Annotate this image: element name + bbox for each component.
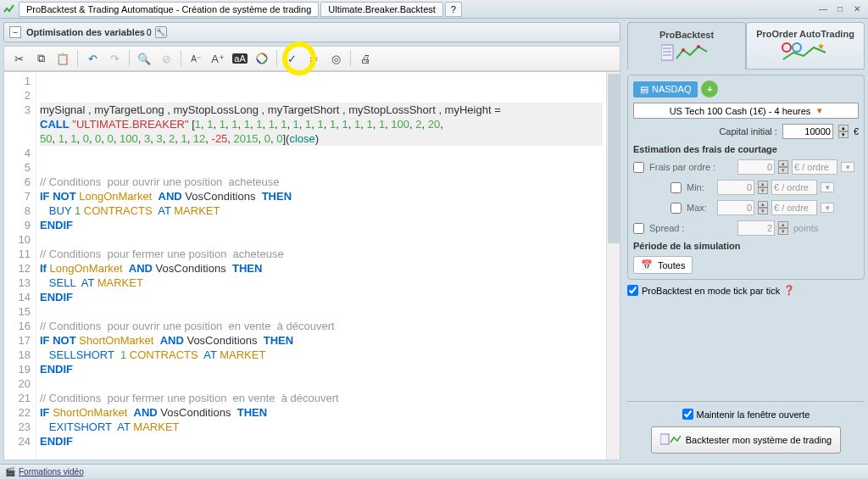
svg-point-5 bbox=[682, 48, 685, 52]
probacktest-icon bbox=[661, 42, 712, 64]
code-editor[interactable]: 123456789101112131415161718192021222324 … bbox=[3, 71, 620, 460]
video-icon: 🎬 bbox=[5, 467, 15, 476]
copy-icon[interactable]: ⧉ bbox=[31, 49, 50, 68]
vertical-scrollbar[interactable] bbox=[606, 72, 620, 460]
fee-max-checkbox[interactable] bbox=[670, 203, 682, 214]
app-icon bbox=[3, 3, 15, 15]
svg-text:★: ★ bbox=[817, 42, 825, 51]
fee-max-input[interactable] bbox=[717, 200, 754, 215]
tab-backtest[interactable]: Ultimate.Breaker.Backtest bbox=[320, 2, 443, 17]
optimization-title: Optimisation des variables bbox=[26, 27, 145, 37]
svg-point-6 bbox=[697, 45, 700, 48]
paste-icon[interactable]: 📋 bbox=[53, 49, 72, 68]
font-decrease-icon[interactable]: A⁻ bbox=[186, 49, 205, 68]
calendar-icon: 📅 bbox=[641, 259, 653, 270]
fee-unit: € / ordre bbox=[792, 159, 837, 175]
minimize-button[interactable]: — bbox=[815, 3, 831, 15]
period-title: Période de la simulation bbox=[633, 241, 859, 251]
svg-point-8 bbox=[793, 43, 801, 52]
add-market-button[interactable]: + bbox=[701, 81, 718, 97]
backtest-button[interactable]: Backtester mon système de trading bbox=[651, 426, 841, 454]
capital-down[interactable]: ▾ bbox=[838, 131, 849, 138]
spread-input[interactable] bbox=[737, 220, 775, 236]
fee-min-input[interactable] bbox=[717, 180, 754, 195]
redo-icon[interactable]: ↷ bbox=[105, 49, 124, 68]
flag-icon: ▤ bbox=[640, 84, 648, 95]
comment-icon[interactable]: ⊘ bbox=[157, 49, 175, 68]
fee-order-label: Frais par ordre : bbox=[649, 162, 734, 172]
color-icon[interactable] bbox=[253, 49, 271, 68]
info-icon[interactable]: ❓ bbox=[783, 285, 795, 296]
proorder-icon: ★ bbox=[780, 41, 831, 63]
tab-main[interactable]: ProBacktest & Trading Automatique - Créa… bbox=[19, 2, 319, 17]
cut-icon[interactable]: ✂ bbox=[9, 49, 28, 68]
fee-max-label: Max: bbox=[687, 203, 714, 213]
spread-checkbox[interactable] bbox=[633, 223, 644, 234]
fee-unit-dd: ▾ bbox=[841, 162, 854, 172]
currency-label: € bbox=[854, 126, 859, 136]
wrench-icon[interactable]: 🔧 bbox=[155, 26, 167, 38]
validate-icon[interactable]: ✓ bbox=[282, 49, 301, 68]
spread-unit: points bbox=[792, 221, 837, 235]
tab-probacktest[interactable]: ProBacktest bbox=[627, 22, 746, 70]
svg-rect-10 bbox=[660, 434, 669, 444]
search-icon[interactable]: 🔍 bbox=[135, 49, 153, 68]
maintain-window-label[interactable]: Maintenir la fenêtre ouverte bbox=[682, 409, 810, 420]
spread-label: Spread : bbox=[649, 223, 734, 233]
print-icon[interactable]: 🖨 bbox=[356, 49, 375, 68]
font-increase-icon[interactable]: A⁺ bbox=[209, 49, 227, 68]
fee-order-checkbox[interactable] bbox=[633, 162, 644, 173]
fee-min-checkbox[interactable] bbox=[670, 182, 682, 193]
target-icon[interactable]: ◎ bbox=[326, 49, 345, 68]
svg-rect-1 bbox=[661, 45, 673, 60]
collapse-button[interactable]: – bbox=[9, 26, 21, 38]
fees-title: Estimation des frais de courtage bbox=[633, 144, 859, 154]
theme-icon[interactable]: aA bbox=[231, 49, 249, 68]
tab-proorder[interactable]: ProOrder AutoTrading ★ bbox=[746, 22, 865, 70]
capital-input[interactable] bbox=[782, 124, 833, 139]
tick-label: ProBacktest en mode tick par tick bbox=[642, 286, 780, 296]
svg-point-7 bbox=[782, 43, 791, 52]
undo-icon[interactable]: ↶ bbox=[83, 49, 102, 68]
opt-count: 0 bbox=[147, 28, 152, 37]
fx-icon[interactable]: fx bbox=[304, 49, 323, 68]
capital-up[interactable]: ▴ bbox=[838, 125, 849, 131]
maintain-checkbox[interactable] bbox=[682, 409, 693, 420]
fee-order-input[interactable] bbox=[737, 159, 775, 175]
editor-toolbar: ✂ ⧉ 📋 ↶ ↷ 🔍 ⊘ A⁻ A⁺ aA ✓ fx ◎ 🖨 bbox=[3, 46, 620, 71]
tick-checkbox[interactable] bbox=[627, 285, 638, 296]
close-button[interactable]: ✕ bbox=[849, 3, 865, 15]
footer-link[interactable]: Formations vidéo bbox=[19, 467, 84, 476]
maximize-button[interactable]: □ bbox=[832, 3, 848, 15]
backtest-icon bbox=[660, 432, 681, 448]
capital-label: Capital initial : bbox=[633, 126, 777, 136]
fee-min-label: Min: bbox=[687, 182, 714, 192]
instrument-dropdown[interactable]: US Tech 100 Cash (1€) - 4 heures bbox=[633, 103, 859, 119]
tab-help[interactable]: ? bbox=[445, 2, 462, 17]
period-button[interactable]: 📅 Toutes bbox=[633, 256, 693, 274]
market-button[interactable]: ▤NASDAQ bbox=[633, 81, 698, 97]
